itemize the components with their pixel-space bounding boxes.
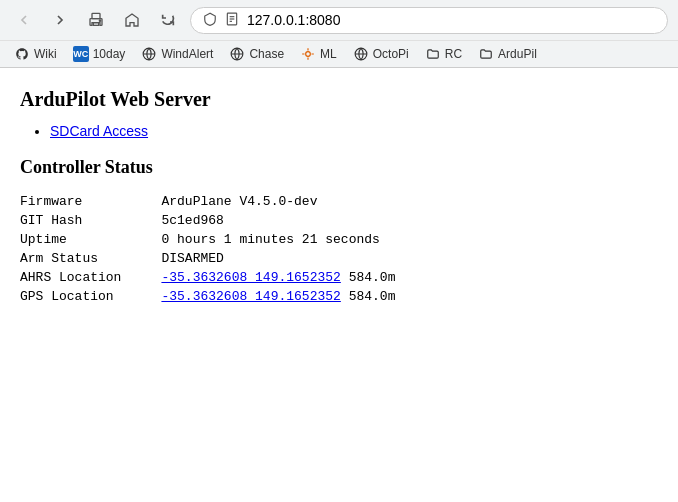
location-link[interactable]: -35.3632608 149.1652352 (161, 270, 340, 285)
status-label: Firmware (20, 192, 161, 211)
status-label: AHRS Location (20, 268, 161, 287)
table-row: Arm StatusDISARMED (20, 249, 435, 268)
controller-section-title: Controller Status (20, 157, 658, 178)
folder-icon-rc (425, 46, 441, 62)
bookmark-chase-label: Chase (249, 47, 284, 61)
table-row: Uptime0 hours 1 minutes 21 seconds (20, 230, 435, 249)
table-row: GPS Location-35.3632608 149.1652352 584.… (20, 287, 435, 306)
status-value: ArduPlane V4.5.0-dev (161, 192, 435, 211)
bookmark-windalert[interactable]: WindAlert (135, 44, 219, 64)
print-button[interactable] (82, 6, 110, 34)
address-input[interactable] (247, 12, 655, 28)
bookmark-rc-label: RC (445, 47, 462, 61)
status-label: Uptime (20, 230, 161, 249)
page-icon (225, 12, 239, 29)
location-link[interactable]: -35.3632608 149.1652352 (161, 289, 340, 304)
weather-icon: WC (73, 46, 89, 62)
status-label: GIT Hash (20, 211, 161, 230)
globe-icon-windalert (141, 46, 157, 62)
status-value[interactable]: -35.3632608 149.1652352 584.0m (161, 287, 435, 306)
bookmark-10day[interactable]: WC 10day (67, 44, 132, 64)
home-button[interactable] (118, 6, 146, 34)
bookmark-octopi[interactable]: OctoPi (347, 44, 415, 64)
back-button[interactable] (10, 6, 38, 34)
sdcard-list-item: SDCard Access (50, 123, 658, 139)
page-content: ArduPilot Web Server SDCard Access Contr… (0, 68, 678, 326)
table-row: GIT Hash5c1ed968 (20, 211, 435, 230)
shield-icon (203, 12, 217, 29)
bookmark-windalert-label: WindAlert (161, 47, 213, 61)
globe-icon-octopi (353, 46, 369, 62)
table-row: FirmwareArduPlane V4.5.0-dev (20, 192, 435, 211)
status-value: DISARMED (161, 249, 435, 268)
bookmarks-bar: Wiki WC 10day WindAlert Chase ML (0, 40, 678, 67)
status-value[interactable]: -35.3632608 149.1652352 584.0m (161, 268, 435, 287)
bookmark-rc[interactable]: RC (419, 44, 468, 64)
forward-button[interactable] (46, 6, 74, 34)
sdcard-list: SDCard Access (50, 123, 658, 139)
bookmark-10day-label: 10day (93, 47, 126, 61)
table-row: AHRS Location-35.3632608 149.1652352 584… (20, 268, 435, 287)
bookmark-chase[interactable]: Chase (223, 44, 290, 64)
bookmark-ardupilot-label: ArduPil (498, 47, 537, 61)
svg-point-9 (306, 52, 311, 57)
reload-button[interactable] (154, 6, 182, 34)
svg-point-2 (99, 20, 100, 21)
page-title: ArduPilot Web Server (20, 88, 658, 111)
status-value: 0 hours 1 minutes 21 seconds (161, 230, 435, 249)
address-bar-container (190, 7, 668, 34)
bookmark-wiki[interactable]: Wiki (8, 44, 63, 64)
status-value: 5c1ed968 (161, 211, 435, 230)
sdcard-link[interactable]: SDCard Access (50, 123, 148, 139)
ml-icon (300, 46, 316, 62)
status-label: GPS Location (20, 287, 161, 306)
globe-icon-chase (229, 46, 245, 62)
svg-rect-0 (92, 13, 100, 18)
status-table: FirmwareArduPlane V4.5.0-devGIT Hash5c1e… (20, 192, 435, 306)
bookmark-ml-label: ML (320, 47, 337, 61)
folder-icon-ardupilot (478, 46, 494, 62)
github-icon (14, 46, 30, 62)
bookmark-octopi-label: OctoPi (373, 47, 409, 61)
svg-rect-1 (93, 23, 98, 26)
bookmark-ml[interactable]: ML (294, 44, 343, 64)
bookmark-ardupilot[interactable]: ArduPil (472, 44, 543, 64)
browser-chrome: Wiki WC 10day WindAlert Chase ML (0, 0, 678, 68)
bookmark-wiki-label: Wiki (34, 47, 57, 61)
status-label: Arm Status (20, 249, 161, 268)
toolbar (0, 0, 678, 40)
